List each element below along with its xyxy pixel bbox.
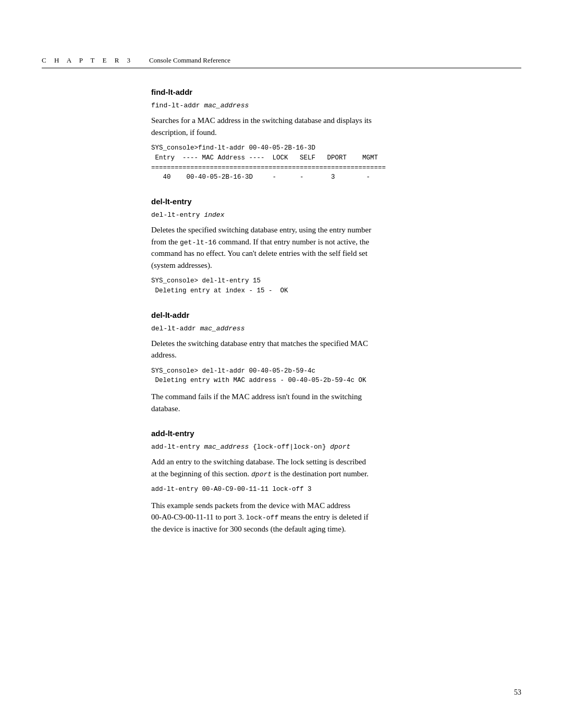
- section-title-find-lt-addr: find-lt-addr: [151, 88, 521, 96]
- section-title-add-lt-entry: add-lt-entry: [151, 429, 521, 438]
- page-number: 53: [514, 688, 521, 697]
- section-title-del-lt-entry: del-lt-entry: [151, 197, 521, 206]
- extra-text-add-lt-entry: This example sends packets from the devi…: [151, 500, 521, 535]
- content-area: find-lt-addr find-lt-addr mac_address Se…: [151, 88, 521, 549]
- desc-add-lt-entry: Add an entry to the switching database. …: [151, 456, 521, 479]
- example-find-lt-addr: SYS_console>find-lt-addr 00-40-05-2B-16-…: [151, 143, 521, 182]
- section-title-del-lt-addr: del-lt-addr: [151, 311, 521, 319]
- example-del-lt-entry: SYS_console> del-lt-entry 15 Deleting en…: [151, 276, 521, 296]
- section-add-lt-entry: add-lt-entry add-lt-entry mac_address {l…: [151, 429, 521, 535]
- desc-del-lt-addr: Deletes the switching database entry tha…: [151, 338, 521, 361]
- syntax-find-lt-addr: find-lt-addr mac_address: [151, 102, 521, 109]
- chapter-header: C H A P T E R 3 Console Command Referenc…: [42, 56, 521, 68]
- page-container: C H A P T E R 3 Console Command Referenc…: [0, 0, 563, 728]
- section-find-lt-addr: find-lt-addr find-lt-addr mac_address Se…: [151, 88, 521, 182]
- section-del-lt-entry: del-lt-entry del-lt-entry index Deletes …: [151, 197, 521, 296]
- desc-del-lt-entry: Deletes the specified switching database…: [151, 224, 521, 271]
- extra-text-del-lt-addr: The command fails if the MAC address isn…: [151, 391, 521, 414]
- syntax-del-lt-addr: del-lt-addr mac_address: [151, 325, 521, 332]
- example-del-lt-addr: SYS_console> del-lt-addr 00-40-05-2b-59-…: [151, 366, 521, 386]
- chapter-title: Console Command Reference: [149, 56, 230, 65]
- example-add-lt-entry: add-lt-entry 00-A0-C9-00-11-11 lock-off …: [151, 485, 521, 495]
- syntax-del-lt-entry: del-lt-entry index: [151, 211, 521, 219]
- chapter-label: C H A P T E R 3: [42, 56, 133, 65]
- desc-find-lt-addr: Searches for a MAC address in the switch…: [151, 115, 521, 138]
- section-del-lt-addr: del-lt-addr del-lt-addr mac_address Dele…: [151, 311, 521, 415]
- syntax-add-lt-entry: add-lt-entry mac_address {lock-off|lock-…: [151, 443, 521, 451]
